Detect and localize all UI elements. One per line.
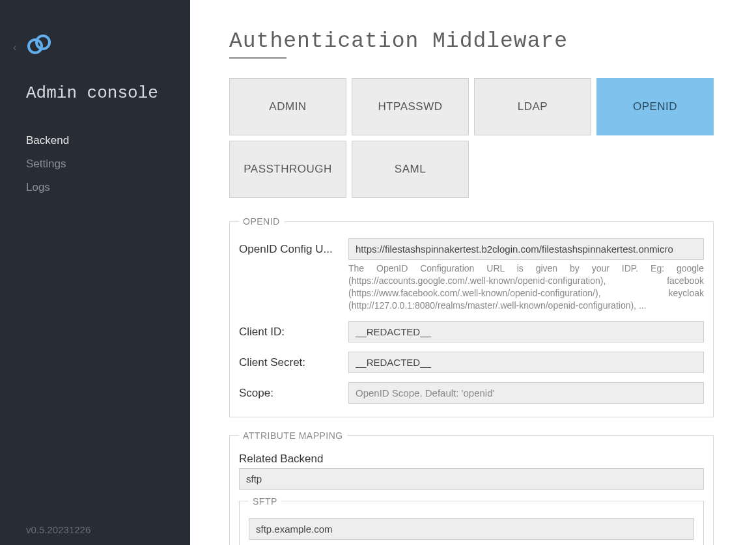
- tab-admin[interactable]: ADMIN: [229, 78, 346, 135]
- svg-point-1: [36, 36, 49, 49]
- sftp-fieldset: SFTP: [239, 496, 704, 545]
- sidebar: ‹ Admin console Backend Settings Logs v0…: [0, 0, 190, 545]
- form-row-scope: Scope:: [239, 382, 704, 404]
- input-client-secret[interactable]: [348, 352, 704, 373]
- nav-item-backend[interactable]: Backend: [26, 129, 164, 152]
- form-row-client-id: Client ID:: [239, 321, 704, 342]
- label-scope: Scope:: [239, 382, 348, 400]
- input-scope[interactable]: [348, 382, 704, 404]
- label-client-secret: Client Secret:: [239, 352, 348, 369]
- openid-fieldset: OPENID OpenID Config U... The OpenID Con…: [229, 216, 714, 417]
- logo-icon[interactable]: [26, 33, 52, 55]
- tab-passthrough[interactable]: PASSTHROUGH: [229, 141, 346, 198]
- sidebar-header: ‹ Admin console: [0, 0, 190, 116]
- help-config-url: The OpenID Configuration URL is given by…: [348, 262, 704, 312]
- auth-tabs: ADMIN HTPASSWD LDAP OPENID PASSTHROUGH S…: [229, 78, 714, 198]
- tab-saml[interactable]: SAML: [352, 141, 469, 198]
- attribute-mapping-fieldset: ATTRIBUTE MAPPING Related Backend SFTP: [229, 430, 714, 545]
- svg-point-0: [29, 40, 42, 53]
- sidebar-title: Admin console: [26, 83, 164, 103]
- tab-htpasswd[interactable]: HTPASSWD: [352, 78, 469, 135]
- title-underline: [229, 57, 287, 59]
- label-client-id: Client ID:: [239, 321, 348, 339]
- sidebar-nav: Backend Settings Logs: [0, 116, 190, 212]
- nav-item-logs[interactable]: Logs: [26, 176, 164, 199]
- label-related-backend: Related Backend: [239, 453, 704, 466]
- version-label: v0.5.20231226: [26, 524, 91, 535]
- chevron-left-icon[interactable]: ‹: [13, 42, 16, 53]
- input-related-backend[interactable]: [239, 468, 704, 490]
- tab-ldap[interactable]: LDAP: [474, 78, 591, 135]
- input-sftp-host[interactable]: [249, 518, 694, 540]
- main-content: Authentication Middleware ADMIN HTPASSWD…: [190, 0, 756, 545]
- form-row-client-secret: Client Secret:: [239, 352, 704, 373]
- label-config-url: OpenID Config U...: [239, 238, 348, 256]
- input-client-id[interactable]: [348, 321, 704, 342]
- page-title: Authentication Middleware: [229, 29, 714, 53]
- nav-item-settings[interactable]: Settings: [26, 152, 164, 176]
- attribute-mapping-legend: ATTRIBUTE MAPPING: [239, 430, 347, 441]
- form-row-config-url: OpenID Config U... The OpenID Configurat…: [239, 238, 704, 312]
- sftp-legend: SFTP: [249, 496, 281, 507]
- input-config-url[interactable]: [348, 238, 704, 260]
- openid-legend: OPENID: [239, 216, 284, 227]
- tab-openid[interactable]: OPENID: [596, 78, 714, 135]
